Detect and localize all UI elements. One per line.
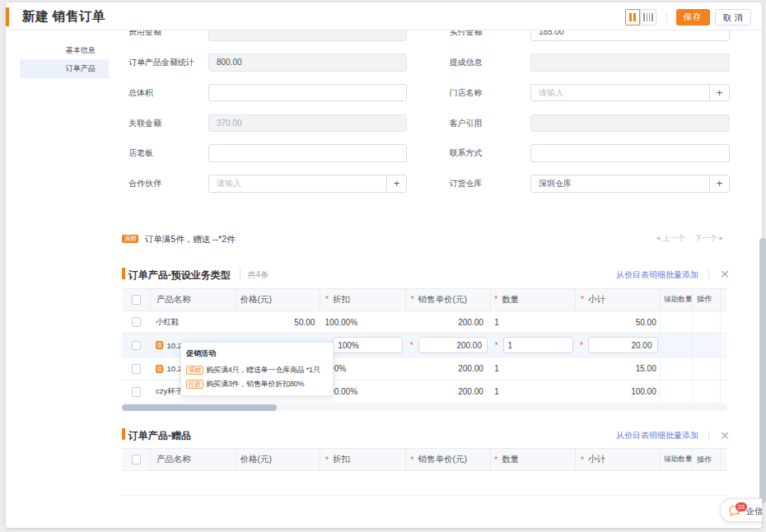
horizontal-scrollbar-track[interactable] (122, 404, 727, 411)
cell-qty: 1 (490, 311, 575, 334)
two-column-view-button[interactable] (625, 9, 640, 26)
cell-unit-price: *销售单价(元) (405, 289, 490, 310)
section1-link-divider (708, 269, 709, 279)
cell-aux-qty (660, 357, 692, 380)
picker-placeholder: 请输入 (531, 85, 709, 101)
promo-description: 订单满5件，赠送 --*2件 (145, 231, 236, 248)
header-divider (666, 12, 667, 21)
plus-icon[interactable]: + (709, 175, 729, 192)
tooltip-promo-line: 打折 购买满3件，销售单价折扣80% (186, 379, 304, 390)
sidebar-item-order-products[interactable]: 订单产品 (20, 59, 109, 78)
list-view-icon-bar (649, 13, 651, 21)
cell-actions (692, 311, 720, 334)
contact-input[interactable] (530, 144, 730, 162)
field-label: 总体积 (128, 84, 153, 102)
page-header: 新建 销售订单 保存 取消 (6, 2, 762, 30)
cell-checkbox (122, 380, 150, 403)
promotion-tooltip: 促销活动 买赠 购买满4只，赠送单一仓库商品 *1只 打折 购买满3件，销售单价… (180, 342, 334, 396)
total-volume-input[interactable] (208, 84, 407, 102)
field-label: 关联金额 (128, 114, 161, 133)
cell-gutter (720, 357, 727, 380)
cell-product-name: 产品名称 (150, 289, 236, 310)
row-checkbox[interactable] (132, 364, 142, 374)
cell-discount: 100.00% (320, 311, 404, 334)
vertical-scrollbar-thumb[interactable] (759, 238, 766, 503)
next-button[interactable]: 下一个 (694, 230, 717, 247)
select-all-checkbox[interactable] (132, 295, 142, 305)
cell-price: 50.00 (236, 311, 320, 334)
cell-aux-qty (660, 311, 692, 334)
list-view-button[interactable] (640, 9, 656, 26)
plus-icon[interactable]: + (386, 175, 406, 192)
section-accent-bar (122, 268, 125, 279)
store-name-picker[interactable]: 请输入 + (530, 84, 730, 102)
header-label: 小计 (588, 454, 605, 465)
prev-button[interactable]: 上一个 (662, 230, 684, 247)
section2-link-divider (708, 431, 709, 441)
field-label: 提成信息 (450, 54, 483, 72)
batch-add-from-pricelist-link[interactable]: 从价目表明细批量添加 (616, 430, 698, 441)
paid-amount-input[interactable]: 185.00 (530, 30, 730, 41)
save-button[interactable]: 保存 (676, 9, 710, 26)
cell-actions (692, 357, 720, 380)
header-label: 销售单价(元) (418, 454, 467, 465)
cell-aux-qty: 辅助数量 (660, 289, 692, 310)
unit-price-input[interactable]: 200.00 (418, 337, 488, 353)
promo-tag-icon: 促 (156, 341, 164, 349)
picker-placeholder: 请输入 (209, 175, 386, 192)
table-row[interactable]: 小红鞋 50.00 100.00% 200.00 1 50.00 (122, 311, 727, 334)
form-content: 基本信息 订单产品 费用金额 订单产品金额统计 800.00 总体积 关联金额 … (6, 30, 762, 528)
header-label: 小计 (588, 294, 605, 306)
close-icon[interactable]: ✕ (718, 429, 731, 442)
field-label: 合作伙伴 (128, 175, 161, 193)
cell-unit-price: 200.00 (405, 311, 490, 334)
field-label: 订单产品金额统计 (128, 54, 194, 72)
enterprise-chat-button[interactable]: 33 企信 (720, 498, 762, 522)
section1-title: 订单产品-预设业务类型 (128, 268, 231, 282)
cell-gutter (720, 334, 727, 357)
customer-reference-input (530, 114, 730, 133)
qty-input[interactable]: 1 (503, 337, 573, 353)
close-icon[interactable]: ✕ (718, 268, 731, 281)
cell-checkbox (122, 289, 150, 310)
row-checkbox[interactable] (132, 317, 142, 327)
cell-aux-qty: 辅助数量 (660, 449, 692, 470)
cell-aux-qty (660, 334, 692, 357)
cell-gutter (720, 449, 727, 470)
subtotal-input[interactable]: 20.00 (588, 337, 658, 353)
discount-input[interactable]: 100% (333, 337, 403, 353)
cell-subtotal: 100.00 (575, 380, 660, 403)
row-checkbox[interactable] (132, 341, 142, 351)
list-view-icon-bar (647, 13, 648, 21)
select-all-checkbox[interactable] (132, 455, 142, 464)
commission-info-input (530, 54, 730, 72)
field-label: 订货仓库 (450, 175, 483, 193)
horizontal-scrollbar-thumb[interactable] (122, 404, 276, 411)
cell-actions: 操作 (692, 289, 720, 310)
warehouse-picker[interactable]: 深圳仓库 + (530, 175, 730, 193)
shop-owner-input[interactable] (208, 144, 407, 162)
cancel-button[interactable]: 取消 (715, 9, 751, 26)
cell-actions: 操作 (692, 449, 720, 470)
field-label: 实付金额 (450, 30, 483, 41)
cell-gutter (720, 289, 727, 310)
batch-add-from-pricelist-link[interactable]: 从价目表明细批量添加 (616, 269, 698, 281)
row-checkbox[interactable] (132, 387, 142, 397)
page-title: 新建 销售订单 (22, 2, 105, 30)
picker-value: 深圳仓库 (531, 175, 709, 192)
related-amount-input: 370.00 (208, 114, 407, 133)
cell-checkbox (122, 357, 150, 380)
cell-qty: *数量 (490, 449, 575, 470)
list-view-icon-bar (652, 13, 653, 21)
cell-actions (692, 380, 720, 403)
plus-icon[interactable]: + (709, 85, 729, 101)
partner-picker[interactable]: 请输入 + (208, 175, 407, 193)
cell-subtotal: 15.00 (575, 357, 660, 380)
table-header-row: 产品名称 价格(元) *折扣 *销售单价(元) *数量 *小计 辅助数量 操作 (122, 289, 727, 311)
cell-price: 价格(元) (236, 449, 320, 470)
promo-tag-icon: 促 (156, 365, 164, 373)
sidebar-item-basic-info[interactable]: 基本信息 (20, 41, 109, 60)
field-label: 门店名称 (450, 84, 483, 102)
order-product-amount-input: 800.00 (208, 54, 407, 72)
section2-title: 订单产品-赠品 (128, 429, 191, 443)
